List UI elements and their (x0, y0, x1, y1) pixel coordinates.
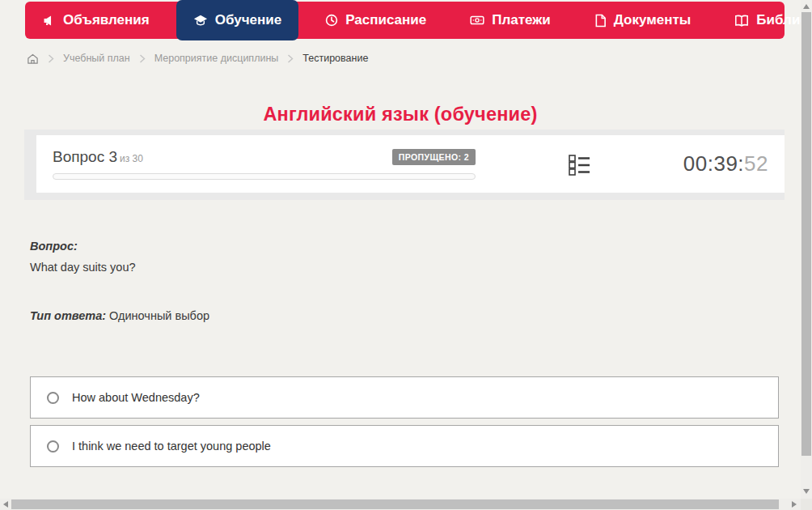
question-body: Вопрос: What day suits you? Тип ответа: … (30, 236, 774, 326)
question-progress-bar (53, 173, 476, 180)
skipped-badge: ПРОПУЩЕНО: 2 (392, 149, 476, 165)
radio-button[interactable] (47, 440, 59, 453)
vertical-scrollbar-thumb[interactable] (801, 12, 811, 456)
chevron-right-icon (48, 54, 54, 63)
chevron-right-icon (139, 54, 146, 63)
scroll-right-arrow[interactable] (788, 499, 801, 510)
nav-tab-library[interactable]: Библиотека (717, 2, 812, 39)
question-text: What day suits you? (30, 257, 774, 278)
nav-tab-label: Документы (614, 12, 691, 28)
question-list-icon[interactable] (568, 153, 590, 176)
question-header-card: Вопрос 3из 30 ПРОПУЩЕНО: 2 00:39:52 (36, 135, 785, 193)
clock-icon (325, 14, 338, 27)
scroll-down-arrow[interactable] (801, 485, 812, 497)
home-icon[interactable] (27, 53, 39, 65)
scroll-up-arrow[interactable] (801, 0, 812, 12)
question-number-label: Вопрос 3 (53, 148, 117, 165)
horizontal-scrollbar-thumb[interactable] (11, 499, 779, 509)
nav-tab-schedule[interactable]: Расписание (308, 2, 443, 39)
answer-option[interactable]: How about Wednesday? (30, 376, 779, 419)
scrollbar-corner (801, 499, 812, 510)
nav-tab-label: Расписание (345, 12, 426, 28)
vertical-scrollbar[interactable] (801, 0, 812, 499)
answer-option-text: I think we need to target young people (72, 440, 271, 453)
page-title: Английский язык (обучение) (0, 104, 801, 125)
scroll-left-arrow[interactable] (0, 499, 11, 510)
answer-options: How about Wednesday? I think we need to … (30, 376, 779, 474)
megaphone-icon (42, 14, 56, 28)
answer-option-text: How about Wednesday? (72, 391, 200, 404)
breadcrumb: Учебный план Мероприятие дисциплины Тест… (27, 51, 368, 66)
answer-option[interactable]: I think we need to target young people (30, 425, 779, 467)
book-icon (734, 14, 749, 28)
nav-tab-announcements[interactable]: Объявления (25, 2, 167, 39)
answer-type-label: Тип ответа: (30, 309, 106, 322)
top-navbar: Объявления Обучение Расписание Платежи Д… (25, 2, 785, 39)
timer-seconds: 52 (744, 151, 768, 176)
horizontal-scrollbar[interactable] (0, 499, 801, 510)
document-icon (594, 14, 607, 28)
question-progress-block: Вопрос 3из 30 ПРОПУЩЕНО: 2 (53, 148, 476, 180)
nav-tab-label: Объявления (63, 12, 150, 28)
question-number: Вопрос 3из 30 (53, 148, 143, 166)
breadcrumb-item-discipline-event[interactable]: Мероприятие дисциплины (154, 53, 279, 64)
nav-tab-documents[interactable]: Документы (577, 2, 708, 39)
chevron-right-icon (287, 54, 294, 63)
breadcrumb-item-testing: Тестирование (302, 53, 368, 64)
banknote-icon (470, 14, 484, 27)
question-count: из 30 (120, 153, 143, 164)
question-label: Вопрос: (30, 240, 78, 253)
nav-tab-training[interactable]: Обучение (176, 0, 298, 40)
answer-type-value: Одиночный выбор (109, 309, 209, 322)
nav-tab-payments[interactable]: Платежи (453, 2, 568, 39)
nav-tab-label: Обучение (215, 12, 281, 28)
timer: 00:39:52 (683, 151, 768, 176)
timer-main: 00:39: (683, 151, 744, 176)
question-header-panel: Вопрос 3из 30 ПРОПУЩЕНО: 2 00:39:52 (24, 130, 785, 200)
nav-tab-label: Платежи (492, 12, 551, 28)
breadcrumb-item-curriculum[interactable]: Учебный план (63, 53, 130, 64)
graduation-cap-icon (193, 13, 208, 28)
radio-button[interactable] (47, 392, 59, 404)
